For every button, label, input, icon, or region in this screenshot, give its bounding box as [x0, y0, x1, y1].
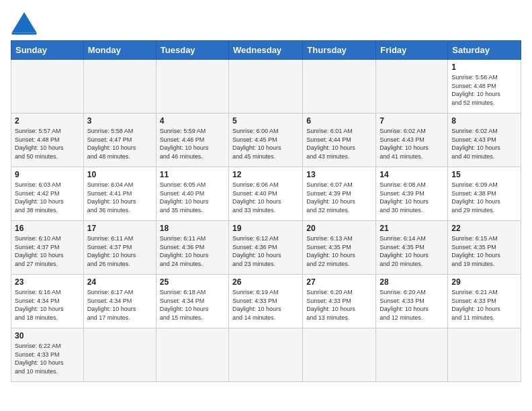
day-number: 17 — [87, 224, 152, 233]
weekday-header-thursday: Thursday — [303, 41, 376, 60]
logo — [11, 11, 40, 35]
day-info: Sunrise: 6:11 AM Sunset: 4:37 PM Dayligh… — [87, 234, 152, 268]
day-info: Sunrise: 6:20 AM Sunset: 4:33 PM Dayligh… — [380, 288, 444, 322]
calendar-cell — [156, 60, 228, 113]
day-info: Sunrise: 6:13 AM Sunset: 4:35 PM Dayligh… — [306, 234, 372, 268]
calendar-cell: 10Sunrise: 6:04 AM Sunset: 4:41 PM Dayli… — [83, 167, 156, 221]
day-number: 16 — [15, 224, 80, 233]
day-info: Sunrise: 6:08 AM Sunset: 4:39 PM Dayligh… — [380, 181, 444, 214]
calendar-cell: 14Sunrise: 6:08 AM Sunset: 4:39 PM Dayli… — [376, 167, 448, 221]
day-info: Sunrise: 6:18 AM Sunset: 4:34 PM Dayligh… — [160, 288, 225, 322]
weekday-header-row: SundayMondayTuesdayWednesdayThursdayFrid… — [11, 41, 521, 60]
day-number: 26 — [232, 277, 299, 287]
day-number: 22 — [451, 224, 517, 233]
svg-marker-0 — [12, 12, 37, 32]
calendar-cell: 29Sunrise: 6:21 AM Sunset: 4:33 PM Dayli… — [448, 275, 521, 328]
weekday-header-sunday: Sunday — [11, 41, 84, 60]
calendar-week-0: 1Sunrise: 5:56 AM Sunset: 4:48 PM Daylig… — [11, 60, 521, 113]
day-number: 8 — [451, 116, 517, 126]
calendar-cell — [303, 60, 376, 113]
day-info: Sunrise: 6:07 AM Sunset: 4:39 PM Dayligh… — [306, 181, 372, 214]
day-number: 9 — [15, 170, 80, 179]
day-info: Sunrise: 5:59 AM Sunset: 4:46 PM Dayligh… — [160, 127, 225, 161]
weekday-header-friday: Friday — [376, 41, 448, 60]
calendar-cell: 24Sunrise: 6:17 AM Sunset: 4:34 PM Dayli… — [83, 275, 156, 328]
day-info: Sunrise: 6:20 AM Sunset: 4:33 PM Dayligh… — [306, 288, 372, 322]
calendar-cell: 21Sunrise: 6:14 AM Sunset: 4:35 PM Dayli… — [376, 221, 448, 275]
calendar-cell: 20Sunrise: 6:13 AM Sunset: 4:35 PM Dayli… — [303, 221, 376, 275]
calendar-cell: 22Sunrise: 6:15 AM Sunset: 4:35 PM Dayli… — [448, 221, 521, 275]
day-number: 12 — [232, 170, 299, 179]
day-number: 2 — [15, 116, 80, 126]
day-number: 21 — [380, 224, 444, 233]
logo-icon — [11, 11, 38, 35]
calendar-week-1: 2Sunrise: 5:57 AM Sunset: 4:48 PM Daylig… — [11, 113, 521, 167]
day-info: Sunrise: 6:16 AM Sunset: 4:34 PM Dayligh… — [15, 288, 80, 322]
day-info: Sunrise: 5:58 AM Sunset: 4:47 PM Dayligh… — [87, 127, 152, 161]
calendar-cell — [83, 60, 156, 113]
day-info: Sunrise: 6:06 AM Sunset: 4:40 PM Dayligh… — [232, 181, 299, 214]
day-number: 14 — [380, 170, 444, 179]
day-info: Sunrise: 6:04 AM Sunset: 4:41 PM Dayligh… — [87, 181, 152, 214]
day-number: 13 — [306, 170, 372, 179]
calendar-cell: 13Sunrise: 6:07 AM Sunset: 4:39 PM Dayli… — [303, 167, 376, 221]
calendar-cell: 27Sunrise: 6:20 AM Sunset: 4:33 PM Dayli… — [303, 275, 376, 328]
day-info: Sunrise: 6:22 AM Sunset: 4:33 PM Dayligh… — [15, 342, 80, 375]
weekday-header-tuesday: Tuesday — [156, 41, 228, 60]
day-info: Sunrise: 6:03 AM Sunset: 4:42 PM Dayligh… — [15, 181, 80, 214]
calendar-cell — [303, 328, 376, 382]
day-number: 24 — [87, 277, 152, 287]
day-number: 19 — [232, 224, 299, 233]
calendar-cell — [11, 60, 84, 113]
day-number: 25 — [160, 277, 225, 287]
day-info: Sunrise: 6:17 AM Sunset: 4:34 PM Dayligh… — [87, 288, 152, 322]
calendar-cell: 7Sunrise: 6:02 AM Sunset: 4:43 PM Daylig… — [376, 113, 448, 167]
day-info: Sunrise: 6:14 AM Sunset: 4:35 PM Dayligh… — [380, 234, 444, 268]
calendar-table: SundayMondayTuesdayWednesdayThursdayFrid… — [11, 40, 521, 382]
day-number: 10 — [87, 170, 152, 179]
calendar-cell: 2Sunrise: 5:57 AM Sunset: 4:48 PM Daylig… — [11, 113, 84, 167]
day-number: 3 — [87, 116, 152, 126]
calendar-cell: 18Sunrise: 6:11 AM Sunset: 4:36 PM Dayli… — [156, 221, 228, 275]
day-number: 29 — [451, 277, 517, 287]
day-info: Sunrise: 6:12 AM Sunset: 4:36 PM Dayligh… — [232, 234, 299, 268]
calendar-week-3: 16Sunrise: 6:10 AM Sunset: 4:37 PM Dayli… — [11, 221, 521, 275]
calendar-cell: 26Sunrise: 6:19 AM Sunset: 4:33 PM Dayli… — [229, 275, 303, 328]
weekday-header-wednesday: Wednesday — [229, 41, 303, 60]
day-number: 20 — [306, 224, 372, 233]
calendar-cell: 23Sunrise: 6:16 AM Sunset: 4:34 PM Dayli… — [11, 275, 84, 328]
day-info: Sunrise: 6:21 AM Sunset: 4:33 PM Dayligh… — [451, 288, 517, 322]
day-info: Sunrise: 6:02 AM Sunset: 4:43 PM Dayligh… — [380, 127, 444, 161]
day-number: 23 — [15, 277, 80, 287]
calendar-cell: 25Sunrise: 6:18 AM Sunset: 4:34 PM Dayli… — [156, 275, 228, 328]
calendar-cell — [448, 328, 521, 382]
day-info: Sunrise: 5:56 AM Sunset: 4:48 PM Dayligh… — [451, 73, 517, 107]
weekday-header-saturday: Saturday — [448, 41, 521, 60]
calendar-cell: 4Sunrise: 5:59 AM Sunset: 4:46 PM Daylig… — [156, 113, 228, 167]
day-number: 30 — [15, 331, 80, 340]
svg-rect-1 — [12, 32, 37, 34]
calendar-cell: 15Sunrise: 6:09 AM Sunset: 4:38 PM Dayli… — [448, 167, 521, 221]
day-info: Sunrise: 6:00 AM Sunset: 4:45 PM Dayligh… — [232, 127, 299, 161]
day-info: Sunrise: 5:57 AM Sunset: 4:48 PM Dayligh… — [15, 127, 80, 161]
day-number: 7 — [380, 116, 444, 126]
header — [11, 11, 521, 35]
calendar-week-4: 23Sunrise: 6:16 AM Sunset: 4:34 PM Dayli… — [11, 275, 521, 328]
day-number: 6 — [306, 116, 372, 126]
calendar-container: SundayMondayTuesdayWednesdayThursdayFrid… — [0, 0, 532, 411]
calendar-cell: 12Sunrise: 6:06 AM Sunset: 4:40 PM Dayli… — [229, 167, 303, 221]
calendar-cell — [156, 328, 228, 382]
day-number: 28 — [380, 277, 444, 287]
day-info: Sunrise: 6:01 AM Sunset: 4:44 PM Dayligh… — [306, 127, 372, 161]
calendar-cell — [83, 328, 156, 382]
day-info: Sunrise: 6:05 AM Sunset: 4:40 PM Dayligh… — [160, 181, 225, 214]
calendar-cell: 8Sunrise: 6:02 AM Sunset: 4:43 PM Daylig… — [448, 113, 521, 167]
day-number: 18 — [160, 224, 225, 233]
day-info: Sunrise: 6:10 AM Sunset: 4:37 PM Dayligh… — [15, 234, 80, 268]
day-info: Sunrise: 6:09 AM Sunset: 4:38 PM Dayligh… — [451, 181, 517, 214]
day-number: 27 — [306, 277, 372, 287]
day-info: Sunrise: 6:02 AM Sunset: 4:43 PM Dayligh… — [451, 127, 517, 161]
calendar-cell: 3Sunrise: 5:58 AM Sunset: 4:47 PM Daylig… — [83, 113, 156, 167]
day-number: 5 — [232, 116, 299, 126]
calendar-cell: 28Sunrise: 6:20 AM Sunset: 4:33 PM Dayli… — [376, 275, 448, 328]
